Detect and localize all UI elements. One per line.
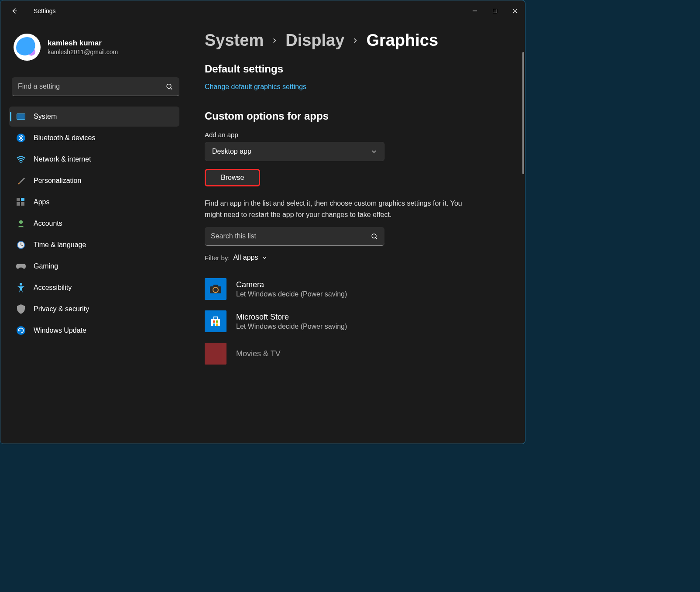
sidebar-item-accessibility[interactable]: Accessibility (9, 278, 179, 298)
breadcrumb-current: Graphics (366, 31, 438, 50)
chevron-right-icon (352, 38, 358, 44)
svg-point-4 (167, 84, 171, 88)
sidebar-item-label: Personalization (34, 177, 81, 185)
apps-icon (16, 197, 26, 207)
search-list-input[interactable] (205, 227, 384, 246)
clock-icon (16, 240, 26, 250)
breadcrumb: System Display Graphics (205, 31, 521, 50)
sidebar: kamlesh kumar kamlesh2011@gmail.com Syst… (0, 21, 184, 444)
back-button[interactable] (6, 2, 23, 20)
add-app-label: Add an app (205, 131, 521, 138)
app-name: Microsoft Store (236, 313, 347, 322)
svg-rect-30 (216, 324, 218, 326)
chevron-right-icon (271, 38, 278, 44)
section-custom-options: Custom options for apps (205, 110, 521, 122)
sidebar-item-apps[interactable]: Apps (9, 192, 179, 212)
svg-rect-26 (211, 319, 220, 326)
svg-point-21 (372, 234, 376, 238)
sidebar-item-label: Accounts (34, 220, 62, 227)
search-icon (166, 83, 173, 90)
dropdown-value: Desktop app (212, 148, 251, 155)
chevron-down-icon (261, 255, 268, 261)
scrollbar[interactable] (522, 52, 524, 174)
change-default-link[interactable]: Change default graphics settings (205, 83, 306, 91)
breadcrumb-display[interactable]: Display (285, 31, 344, 50)
breadcrumb-system[interactable]: System (205, 31, 264, 50)
sidebar-item-time[interactable]: Time & language (9, 235, 179, 255)
sidebar-item-bluetooth[interactable]: Bluetooth & devices (9, 128, 179, 148)
svg-line-5 (171, 88, 172, 89)
sidebar-item-label: Accessibility (34, 284, 72, 292)
app-name: Movies & TV (236, 349, 281, 358)
sidebar-item-label: Bluetooth & devices (34, 134, 95, 142)
sidebar-item-privacy[interactable]: Privacy & security (9, 299, 179, 319)
search-box (12, 77, 179, 96)
accessibility-icon (16, 283, 26, 293)
shield-icon (16, 304, 26, 314)
user-email: kamlesh2011@gmail.com (48, 48, 118, 55)
movies-icon (205, 343, 226, 365)
sidebar-item-update[interactable]: Windows Update (9, 320, 179, 341)
camera-icon (205, 278, 226, 300)
sidebar-item-label: Time & language (34, 241, 86, 249)
account-icon (16, 219, 26, 228)
sidebar-item-label: Network & internet (34, 155, 91, 163)
svg-line-22 (376, 237, 377, 239)
wifi-icon (16, 155, 26, 164)
user-name: kamlesh kumar (48, 39, 118, 48)
app-row-movies[interactable]: Movies & TV (205, 337, 521, 370)
browse-button[interactable]: Browse (205, 169, 260, 186)
titlebar: Settings (0, 0, 525, 21)
app-title: Settings (34, 7, 56, 14)
brush-icon (16, 176, 26, 186)
app-row-camera[interactable]: Camera Let Windows decide (Power saving) (205, 273, 521, 305)
svg-rect-12 (17, 202, 20, 206)
sidebar-item-personalization[interactable]: Personalization (9, 171, 179, 191)
update-icon (16, 326, 26, 335)
svg-rect-13 (21, 202, 24, 206)
avatar (14, 34, 41, 61)
sidebar-item-accounts[interactable]: Accounts (9, 213, 179, 234)
svg-rect-27 (213, 320, 215, 323)
gamepad-icon (16, 262, 26, 271)
chevron-down-icon (371, 148, 377, 155)
search-input[interactable] (12, 77, 179, 96)
maximize-button[interactable] (485, 4, 505, 17)
app-name: Camera (236, 280, 347, 289)
minimize-button[interactable] (465, 4, 485, 17)
sidebar-item-system[interactable]: System (9, 107, 179, 127)
svg-rect-10 (17, 198, 20, 201)
app-row-store[interactable]: Microsoft Store Let Windows decide (Powe… (205, 305, 521, 337)
sidebar-item-label: Apps (34, 198, 49, 206)
app-type-dropdown[interactable]: Desktop app (205, 142, 384, 161)
user-profile[interactable]: kamlesh kumar kamlesh2011@gmail.com (9, 34, 184, 61)
svg-point-20 (17, 326, 25, 335)
app-sub: Let Windows decide (Power saving) (236, 290, 347, 298)
search-icon (371, 233, 378, 240)
sidebar-item-label: Windows Update (34, 327, 86, 334)
svg-point-9 (21, 162, 22, 163)
sidebar-item-network[interactable]: Network & internet (9, 149, 179, 169)
app-sub: Let Windows decide (Power saving) (236, 323, 347, 330)
filter-label: Filter by: (205, 254, 230, 262)
filter-row[interactable]: Filter by: All apps (205, 254, 521, 262)
close-button[interactable] (505, 4, 525, 17)
main-content: System Display Graphics Default settings… (184, 21, 525, 444)
bluetooth-icon (16, 133, 26, 143)
svg-point-14 (19, 220, 23, 224)
help-text: Find an app in the list and select it, t… (205, 198, 471, 220)
svg-rect-1 (493, 9, 497, 13)
store-icon (205, 310, 226, 332)
sidebar-item-gaming[interactable]: Gaming (9, 256, 179, 276)
sidebar-item-label: System (34, 113, 57, 120)
search-list-box (205, 227, 384, 246)
filter-value: All apps (233, 254, 258, 262)
section-default-settings: Default settings (205, 63, 521, 75)
svg-rect-11 (21, 198, 24, 201)
svg-point-19 (20, 283, 22, 286)
svg-rect-29 (213, 324, 215, 326)
sidebar-item-label: Privacy & security (34, 305, 89, 313)
sidebar-item-label: Gaming (34, 262, 58, 270)
display-icon (16, 112, 26, 121)
svg-rect-7 (17, 114, 25, 119)
